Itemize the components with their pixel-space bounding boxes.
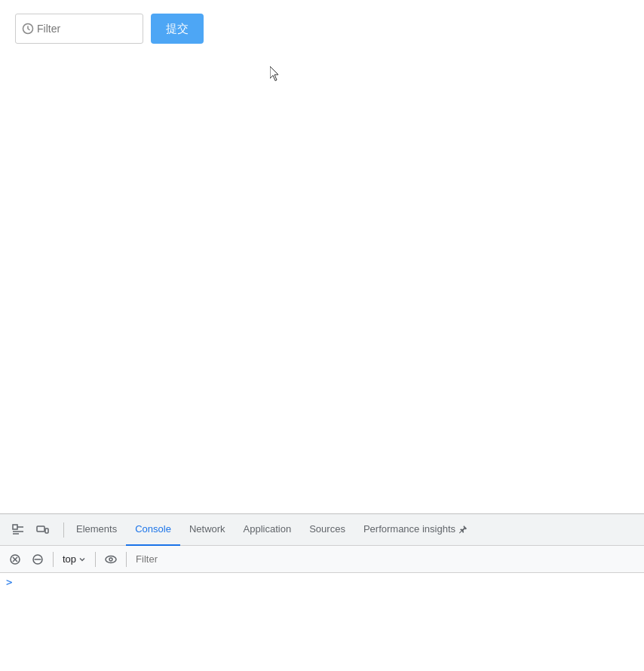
text-input-wrapper	[15, 14, 143, 44]
svg-point-13	[106, 556, 116, 562]
devtools-tabs: Elements Console Network Application Sou…	[67, 514, 641, 546]
tab-network[interactable]: Network	[180, 514, 235, 546]
svg-rect-2	[13, 525, 17, 529]
devtools-icons-left	[3, 519, 57, 541]
filter-input[interactable]	[131, 550, 639, 568]
svg-rect-6	[37, 526, 44, 532]
filter-toggle-button[interactable]	[100, 549, 121, 570]
device-toggle-button[interactable]	[32, 519, 53, 541]
devtools-panel: Elements Console Network Application Sou…	[0, 513, 644, 671]
chevron-down-icon	[78, 556, 86, 563]
block-icon	[32, 553, 44, 565]
devtools-toolbar: top	[0, 546, 644, 573]
device-icon	[35, 523, 49, 537]
tab-console[interactable]: Console	[126, 514, 180, 546]
svg-rect-7	[45, 529, 48, 533]
devtools-content: >	[0, 573, 644, 671]
svg-point-14	[109, 558, 112, 561]
clock-icon	[22, 23, 34, 35]
tab-sources[interactable]: Sources	[300, 514, 354, 546]
inspect-icon	[11, 523, 25, 537]
console-arrow: >	[6, 576, 12, 588]
tab-elements[interactable]: Elements	[67, 514, 126, 546]
context-selector[interactable]: top	[58, 552, 90, 566]
toolbar-separator-2	[95, 552, 96, 567]
toolbar-separator	[53, 552, 54, 567]
main-content: 提交	[0, 0, 644, 498]
console-prompt-line: >	[6, 576, 638, 588]
tab-application[interactable]: Application	[235, 514, 301, 546]
toolbar-separator-3	[126, 552, 127, 567]
submit-button[interactable]: 提交	[151, 14, 204, 44]
clear-console-button[interactable]	[5, 549, 26, 570]
search-input[interactable]	[37, 23, 136, 35]
svg-marker-1	[270, 66, 278, 81]
devtools-tabbar: Elements Console Network Application Sou…	[0, 514, 644, 546]
clear-icon	[9, 553, 21, 565]
inspect-element-button[interactable]	[8, 519, 29, 541]
tab-performance-insights[interactable]: Performance insights	[354, 514, 477, 546]
form-area: 提交	[15, 14, 629, 44]
pin-icon	[458, 525, 468, 534]
block-requests-button[interactable]	[27, 549, 48, 570]
eye-icon	[104, 553, 118, 566]
tab-separator-left	[63, 522, 64, 538]
cursor-icon	[270, 66, 282, 81]
